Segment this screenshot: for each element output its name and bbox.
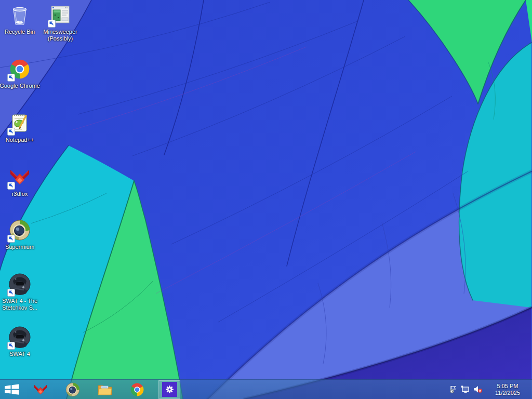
desktop-icon-label: Minesweeper (Possibly): [39, 29, 81, 42]
desktop-icon-label: SWAT 4: [0, 351, 41, 357]
desktop-icon-r3dfox[interactable]: r3dfox: [0, 165, 39, 197]
desktop-icon-label: Google Chrome: [0, 83, 41, 89]
shortcut-arrow-icon: [7, 74, 15, 82]
chrome-icon: [129, 382, 145, 397]
desktop-icon-label: Recycle Bin: [0, 29, 41, 35]
taskbar-pinned-apps: [30, 381, 191, 398]
r3dfox-icon: [33, 382, 48, 397]
desktop-icon-supermium[interactable]: Supermium: [0, 218, 39, 250]
recycle-bin-icon: [8, 4, 31, 26]
volume-muted-icon[interactable]: [472, 380, 484, 399]
desktop-icon-label: Supermium: [0, 244, 41, 250]
desktop-icon-swat4-stetchkov[interactable]: SWAT 4 - The Stetchkov S...: [0, 272, 39, 311]
desktop-screen: Recycle Bin: [0, 0, 532, 399]
desktop-icon-label: SWAT 4 - The Stetchkov S...: [0, 298, 41, 311]
desktop-icon-minesweeper[interactable]: Minesweeper (Possibly): [41, 3, 80, 42]
supermium-icon: [65, 382, 81, 397]
shortcut-arrow-icon: [48, 20, 56, 28]
shortcut-arrow-icon: [7, 289, 15, 297]
taskbar-chrome-button[interactable]: [127, 381, 148, 398]
desktop-icon-recycle-bin[interactable]: Recycle Bin: [0, 3, 39, 35]
desktop-icon-notepad-plus-plus[interactable]: Notepad++: [0, 111, 39, 143]
shortcut-arrow-icon: [7, 342, 15, 350]
settings-tile: [162, 382, 177, 397]
clock-time: 5:05 PM: [491, 383, 524, 390]
desktop-icon-google-chrome[interactable]: Google Chrome: [0, 57, 39, 89]
windows-logo-icon: [4, 382, 19, 396]
shortcut-arrow-icon: [7, 235, 15, 243]
action-center-icon[interactable]: [447, 380, 459, 399]
start-button[interactable]: [0, 380, 23, 399]
wallpaper: [0, 0, 532, 399]
system-tray: 5:05 PM 11/2/2025: [447, 380, 532, 399]
taskbar-supermium-button[interactable]: [62, 381, 83, 398]
taskbar-pc-settings-button[interactable]: [159, 381, 180, 398]
taskbar: 5:05 PM 11/2/2025: [0, 379, 532, 399]
taskbar-r3dfox-button[interactable]: [30, 381, 51, 398]
desktop-icon-swat4[interactable]: SWAT 4: [0, 325, 39, 357]
taskbar-clock[interactable]: 5:05 PM 11/2/2025: [488, 382, 527, 397]
file-explorer-icon: [97, 382, 113, 397]
desktop-icon-label: r3dfox: [0, 191, 41, 197]
clock-date: 11/2/2025: [491, 390, 524, 396]
taskbar-file-explorer-button[interactable]: [95, 381, 115, 398]
shortcut-arrow-icon: [7, 182, 15, 190]
gear-icon: [164, 384, 175, 395]
network-icon[interactable]: [459, 380, 472, 399]
desktop-icon-label: Notepad++: [0, 137, 41, 143]
shortcut-arrow-icon: [7, 128, 15, 136]
